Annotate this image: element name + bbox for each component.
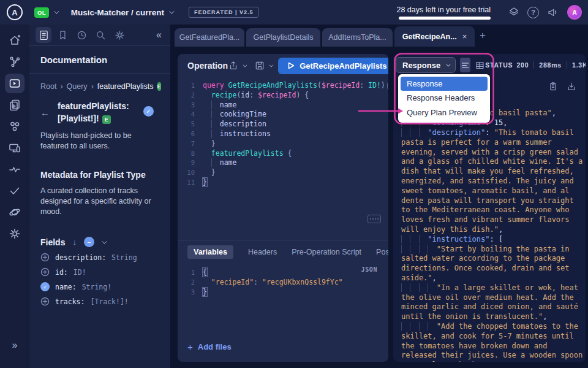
add-files-button[interactable]: + Add files: [187, 342, 232, 352]
trial-indicator: 28 days left in your free trial: [396, 6, 491, 20]
entity-badge: E: [157, 82, 161, 91]
graph-name-dropdown[interactable]: Music-Matcher / current: [71, 8, 164, 17]
save-icon[interactable]: [254, 60, 265, 71]
field-selected-check-icon[interactable]: ✓: [143, 106, 154, 117]
announcements-button[interactable]: [546, 6, 559, 18]
align-lines-icon: [460, 60, 470, 71]
close-tab-icon[interactable]: ×: [462, 32, 467, 41]
checkmark-icon: [8, 184, 21, 197]
response-view-dropdown[interactable]: Response: [396, 57, 456, 73]
apollo-logo-icon[interactable]: A: [7, 4, 23, 20]
fields-chevron-down-icon[interactable]: [102, 239, 107, 243]
user-avatar[interactable]: A: [567, 5, 582, 20]
run-operation-button[interactable]: GetRecipeAndPlaylists: [278, 58, 388, 74]
org-badge[interactable]: OL: [34, 7, 49, 18]
sidebar-item-checks[interactable]: [5, 181, 24, 201]
tab-post-operation-script[interactable]: Post-Operation Script: [376, 248, 388, 256]
megaphone-icon: [546, 6, 559, 18]
fields-label: Fields: [40, 237, 65, 247]
breadcrumb-current[interactable]: featuredPlaylists: [97, 82, 154, 91]
tab-getrecipeandplaylists[interactable]: GetRecipeAn... ×: [394, 26, 475, 47]
operation-actions: [228, 60, 272, 71]
sidebar-item-clients[interactable]: [5, 138, 24, 158]
entity-badge: E: [102, 115, 111, 124]
share-icon[interactable]: [228, 60, 239, 71]
status-size: 1.3KB: [572, 61, 586, 69]
add-field-icon[interactable]: [40, 267, 50, 277]
search-icon: [95, 29, 107, 41]
add-field-icon[interactable]: [40, 297, 50, 306]
sidebar-item-home[interactable]: [5, 31, 24, 50]
tab-variables[interactable]: Variables: [187, 245, 233, 259]
menu-item-query-plan-preview[interactable]: Query Plan Preview: [401, 105, 488, 120]
new-tab-button[interactable]: +: [480, 29, 486, 42]
tab-label: GetFeaturedPla...: [179, 33, 240, 42]
docs-tab-documentation[interactable]: [36, 27, 51, 43]
docs-tab-bookmarks[interactable]: [55, 27, 70, 43]
field-title-row: ← featuredPlaylists: [Playlist!]!E ✓: [40, 100, 159, 125]
operation-panel: Operation GetRecipeAndPlaylists 1query G…: [178, 54, 388, 362]
changelog-doc-icon: [8, 98, 21, 112]
operation-header: Operation GetRecipeAndPlaylists: [178, 54, 388, 77]
graph-chevron-down-icon[interactable]: [169, 9, 174, 13]
sidebar-item-schema[interactable]: [5, 52, 24, 72]
bookmark-icon: [57, 29, 69, 41]
docs-tab-search[interactable]: [92, 27, 108, 43]
sidebar-item-explorer[interactable]: [5, 74, 24, 93]
graphs-stack-button[interactable]: [508, 6, 520, 18]
back-arrow-icon[interactable]: ←: [40, 107, 58, 118]
fields-header: Fields ↓ −: [40, 237, 159, 247]
save-chevron-down-icon[interactable]: [270, 63, 274, 67]
tab-getplaylistdetails[interactable]: GetPlaylistDetails: [246, 28, 320, 47]
keyboard-shortcuts-icon[interactable]: [368, 215, 381, 223]
response-dropdown-label: Response: [402, 61, 440, 70]
logo-letter: A: [12, 8, 17, 17]
table-view-button[interactable]: [475, 58, 485, 72]
clients-devices-icon: [8, 141, 21, 155]
tab-getfeaturedplaylists[interactable]: GetFeaturedPla...: [175, 28, 244, 47]
sidebar-item-insights[interactable]: [5, 159, 24, 179]
metadata-title: Metadata for Playlist Type: [40, 170, 159, 180]
menu-item-response[interactable]: Response: [401, 77, 488, 91]
field-list-item[interactable]: ✓ name: String!: [40, 282, 159, 291]
run-button-label: GetRecipeAndPlaylists: [300, 61, 386, 71]
add-field-icon[interactable]: [40, 253, 50, 262]
menu-item-response-headers[interactable]: Response Headers: [401, 91, 488, 105]
variables-editor[interactable]: 1{2 "recipeId": "recgUKbxnQssl9fYc"3}: [181, 267, 343, 297]
pulse-icon: [8, 163, 21, 176]
docs-toolbar: «: [29, 25, 170, 46]
sort-down-icon[interactable]: ↓: [72, 237, 77, 247]
tab-additemstoplaylist[interactable]: AddItemsToPla...: [322, 28, 393, 47]
docs-tab-history[interactable]: [74, 27, 89, 43]
docs-title: Documentation: [40, 55, 159, 65]
field-selected-check-icon[interactable]: ✓: [40, 282, 50, 291]
breadcrumb-root[interactable]: Root: [40, 82, 56, 91]
help-button[interactable]: ?: [527, 7, 539, 18]
field-list-item[interactable]: id: ID!: [40, 267, 159, 277]
field-list-item[interactable]: description: String: [40, 253, 159, 262]
field-type: String: [111, 253, 137, 262]
deselect-all-button[interactable]: −: [84, 237, 94, 247]
sidebar-item-settings[interactable]: [5, 224, 24, 243]
sidebar-item-changelog[interactable]: [5, 95, 24, 115]
share-chevron-down-icon[interactable]: [243, 63, 247, 67]
expand-sidebar-button[interactable]: »: [0, 340, 29, 351]
explorer-play-icon: [8, 77, 21, 90]
sidebar-item-launches[interactable]: [5, 202, 24, 222]
sidebar-item-subgraphs[interactable]: [5, 117, 24, 136]
field-name: id:: [55, 268, 68, 277]
collapse-docs-button[interactable]: «: [156, 29, 164, 40]
breadcrumb-parent[interactable]: Query: [67, 82, 88, 91]
org-chevron-down-icon[interactable]: [54, 9, 59, 13]
field-list-item[interactable]: tracks: [Track!]!: [40, 297, 159, 306]
apollo-studio-explorer: A OL Music-Matcher / current FEDERATED |…: [0, 0, 588, 368]
field-name: name:: [55, 283, 77, 291]
graphql-editor[interactable]: 1query GetRecipeAndPlaylists($recipeId: …: [178, 77, 388, 188]
wrap-text-button[interactable]: [460, 58, 470, 72]
response-chevron-down-icon: [447, 62, 451, 66]
docs-tab-settings[interactable]: [111, 27, 127, 43]
tab-headers[interactable]: Headers: [248, 248, 277, 256]
tab-pre-operation-script[interactable]: Pre-Operation Script: [292, 248, 361, 256]
response-view-menu: Response Response Headers Query Plan Pre…: [398, 74, 490, 123]
field-name: featuredPlaylists:: [58, 100, 143, 112]
